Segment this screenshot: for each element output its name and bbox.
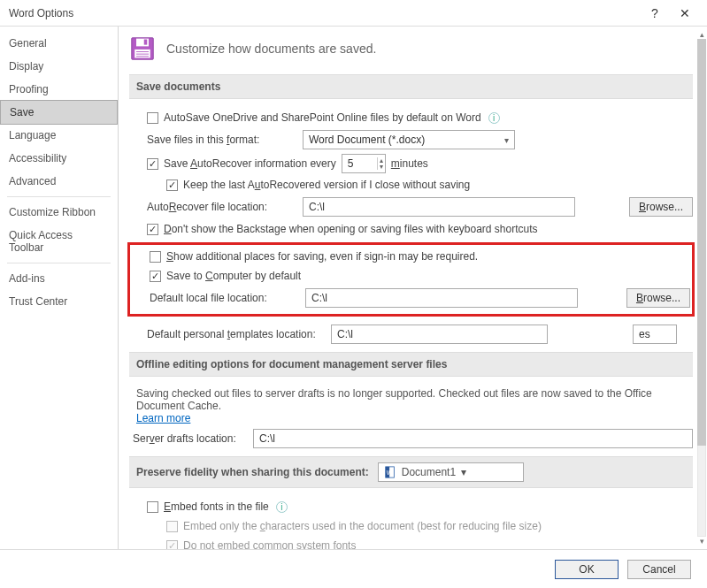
section-save-documents: Save documents [129,74,693,99]
checkbox-no-common [166,540,178,550]
input-server-drafts[interactable]: C:\l [253,429,693,448]
offline-note: Saving checked out files to server draft… [133,387,689,412]
combo-save-format[interactable]: Word Document (*.docx) ▾ [303,130,515,149]
dialog-footer: OK Cancel [0,549,707,588]
sidebar-item-general[interactable]: General [0,32,118,55]
label-server-drafts: Server drafts location: [133,432,246,445]
section-preserve: Preserve fidelity when sharing this docu… [129,456,693,488]
label-keep-last: Keep the last AutoRecovered version if I… [183,179,470,191]
section-offline: Offline editing options for document man… [129,352,693,377]
chevron-down-icon: ▾ [461,466,466,478]
info-icon[interactable]: i [488,112,500,124]
input-default-local[interactable]: C:\l [305,288,578,308]
input-ar-location[interactable]: C:\l [303,197,575,217]
sidebar-item-accessibility[interactable]: Accessibility [0,147,118,170]
checkbox-show-additional[interactable] [150,251,161,263]
label-save-to-computer: Save to Computer by default [166,270,301,282]
sidebar-item-qat[interactable]: Quick Access Toolbar [0,224,118,259]
browse-ar-button[interactable]: Browse... [629,197,693,217]
label-autorecover: Save AutoRecover information every [164,157,336,170]
scroll-down-icon[interactable]: ▾ [697,537,706,546]
label-dont-show-backstage: Don't show the Backstage when opening or… [164,223,538,235]
close-button[interactable]: ✕ [670,0,700,27]
learn-more-link[interactable]: Learn more [133,412,689,424]
label-save-format: Save files in this format: [147,134,296,146]
info-icon[interactable]: i [276,501,288,513]
combo-save-format-value: Word Document (*.docx) [309,134,425,146]
content-pane: Customize how documents are saved. Save … [119,27,696,549]
scroll-thumb[interactable] [697,39,706,446]
combo-preserve-document[interactable]: W Document1 ▾ [378,462,524,482]
checkbox-dont-show-backstage[interactable] [147,224,158,235]
section-preserve-label: Preserve fidelity when sharing this docu… [136,466,369,478]
label-show-additional: Show additional places for saving, even … [166,250,478,263]
checkbox-autosave[interactable] [147,112,158,124]
label-templates: Default personal templates location: [147,328,324,340]
document-icon: W [384,466,396,478]
browse-default-button[interactable]: Browse... [626,288,690,308]
sidebar-item-save[interactable]: Save [0,100,118,125]
cancel-button[interactable]: Cancel [627,560,691,579]
label-no-common: Do not embed common system fonts [183,539,356,549]
checkbox-save-to-computer[interactable] [150,271,161,282]
checkbox-autorecover[interactable] [147,158,158,170]
sidebar: General Display Proofing Save Language A… [0,27,119,549]
label-embed-only: Embed only the characters used in the do… [183,520,542,532]
label-default-local: Default local file location: [150,292,298,304]
sidebar-item-language[interactable]: Language [0,124,118,147]
vertical-scrollbar[interactable]: ▴ ▾ [697,30,706,546]
sidebar-item-proofing[interactable]: Proofing [0,78,118,101]
save-disk-icon [129,35,156,62]
label-embed-fonts: Embed fonts in the file [164,500,269,513]
sidebar-item-addins[interactable]: Add-ins [0,267,118,290]
svg-text:W: W [386,470,392,476]
chevron-down-icon: ▾ [504,135,509,145]
checkbox-keep-last[interactable] [166,179,178,191]
label-autosave: AutoSave OneDrive and SharePoint Online … [164,111,481,124]
label-ar-location: AutoRecover file location: [147,201,296,213]
page-subtitle: Customize how documents are saved. [166,42,376,56]
titlebar: Word Options ? ✕ [0,0,707,27]
highlight-box: Show additional places for saving, even … [127,242,695,317]
sidebar-item-customize-ribbon[interactable]: Customize Ribbon [0,201,118,224]
input-templates[interactable]: C:\l [331,325,548,344]
sidebar-item-advanced[interactable]: Advanced [0,170,118,193]
scroll-up-icon[interactable]: ▴ [697,30,706,39]
svg-rect-2 [144,40,148,45]
checkbox-embed-fonts[interactable] [147,501,158,513]
sidebar-item-display[interactable]: Display [0,55,118,78]
ok-button[interactable]: OK [555,560,619,579]
checkbox-embed-only [166,521,178,532]
window-title: Word Options [9,7,73,19]
sidebar-item-trust-center[interactable]: Trust Center [0,290,118,313]
input-templates-extra[interactable]: es [633,325,677,344]
help-button[interactable]: ? [640,0,670,27]
spinner-autorecover-minutes[interactable]: 5 ▴▾ [342,154,386,173]
label-minutes: minutes [391,157,428,170]
combo-preserve-value: Document1 [402,466,456,478]
